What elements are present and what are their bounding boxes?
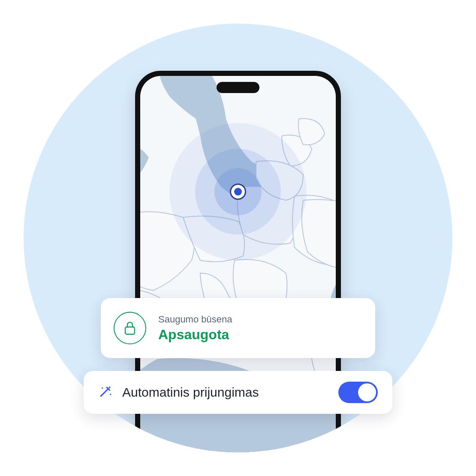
- security-status-label: Saugumo būsena: [158, 314, 232, 325]
- lock-icon: [114, 312, 146, 344]
- auto-connect-toggle[interactable]: [338, 382, 378, 403]
- magic-wand-icon: [98, 384, 113, 401]
- auto-connect-card: Automatinis prijungimas: [84, 371, 392, 414]
- location-pin: [230, 184, 246, 200]
- auto-connect-label: Automatinis prijungimas: [122, 385, 259, 400]
- svg-rect-0: [125, 327, 135, 334]
- security-status-card: Saugumo būsena Apsaugota: [101, 298, 375, 358]
- security-status-value: Apsaugota: [158, 327, 232, 343]
